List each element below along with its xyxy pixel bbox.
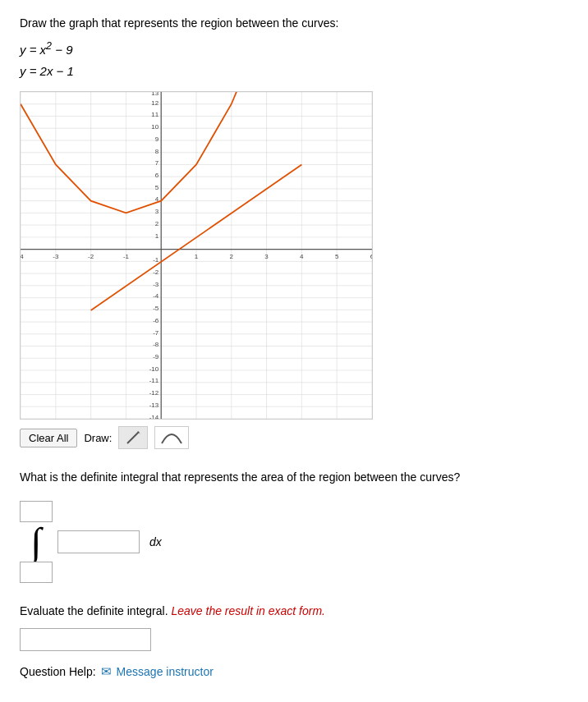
- svg-text:-1: -1: [153, 256, 159, 264]
- svg-line-80: [127, 432, 139, 443]
- svg-text:13: 13: [151, 92, 158, 97]
- svg-text:-2: -2: [88, 253, 94, 260]
- svg-text:-7: -7: [153, 329, 159, 337]
- svg-text:-5: -5: [153, 305, 159, 312]
- svg-text:1: 1: [155, 232, 159, 240]
- evaluate-section: Evaluate the definite integral. Leave th…: [20, 603, 568, 651]
- svg-text:-3: -3: [53, 253, 59, 260]
- svg-text:-4: -4: [153, 292, 159, 300]
- message-instructor-link[interactable]: Message instructor: [117, 665, 214, 678]
- graph-svg: -4 -3 -2 -1 1 2 3 4 5 6 1 2 3 4 5 6 7 8 …: [21, 92, 372, 419]
- equation-1: y = x2 − 9: [20, 38, 568, 61]
- svg-text:-14: -14: [149, 414, 159, 419]
- question-help-label: Question Help:: [20, 665, 96, 678]
- svg-text:5: 5: [155, 184, 159, 191]
- svg-text:-3: -3: [153, 281, 159, 288]
- question-help: Question Help: ✉ Message instructor: [20, 664, 568, 679]
- svg-text:-9: -9: [153, 353, 159, 360]
- integral-section: ∫ dx: [20, 501, 568, 583]
- integral-symbol: ∫: [30, 522, 41, 562]
- svg-text:-1: -1: [123, 253, 130, 260]
- svg-text:-12: -12: [149, 389, 159, 397]
- evaluate-text: Evaluate the definite integral. Leave th…: [20, 603, 568, 620]
- clear-all-button[interactable]: Clear All: [20, 429, 77, 447]
- svg-text:11: 11: [151, 111, 158, 118]
- svg-text:10: 10: [151, 123, 158, 131]
- evaluate-answer-input[interactable]: [20, 628, 151, 651]
- draw-label: Draw:: [84, 432, 112, 444]
- svg-text:-6: -6: [153, 317, 159, 324]
- svg-text:4: 4: [300, 253, 304, 260]
- svg-text:3: 3: [264, 253, 269, 260]
- svg-text:5: 5: [335, 253, 339, 260]
- svg-text:8: 8: [155, 148, 159, 155]
- svg-text:2: 2: [230, 253, 234, 260]
- question-text: Draw the graph that represents the regio…: [20, 16, 568, 30]
- equations: y = x2 − 9 y = 2x − 1: [20, 38, 568, 81]
- svg-text:-11: -11: [149, 377, 159, 384]
- dx-label: dx: [149, 535, 162, 548]
- integrand-input[interactable]: [57, 530, 140, 553]
- svg-text:-2: -2: [153, 268, 159, 276]
- svg-text:7: 7: [155, 159, 159, 167]
- evaluate-hint: Leave the result in exact form.: [171, 604, 325, 617]
- svg-text:-4: -4: [21, 253, 24, 260]
- svg-text:3: 3: [155, 208, 159, 215]
- toolbar: Clear All Draw:: [20, 426, 568, 449]
- svg-text:1: 1: [195, 253, 199, 260]
- equation-2: y = 2x − 1: [20, 61, 568, 82]
- svg-text:2: 2: [155, 220, 159, 227]
- mail-icon: ✉: [101, 664, 112, 679]
- draw-curve-tool[interactable]: [154, 426, 189, 449]
- svg-text:-10: -10: [149, 365, 159, 373]
- integral-question: What is the definite integral that repre…: [20, 469, 568, 486]
- svg-text:12: 12: [151, 99, 158, 107]
- svg-text:-13: -13: [149, 401, 159, 409]
- graph-area[interactable]: -4 -3 -2 -1 1 2 3 4 5 6 1 2 3 4 5 6 7 8 …: [20, 91, 373, 420]
- lower-limit-input[interactable]: [20, 562, 53, 583]
- svg-text:6: 6: [155, 172, 159, 179]
- draw-line-tool[interactable]: [118, 426, 148, 449]
- svg-text:-8: -8: [153, 341, 159, 348]
- svg-text:6: 6: [370, 253, 372, 260]
- svg-text:9: 9: [155, 135, 159, 143]
